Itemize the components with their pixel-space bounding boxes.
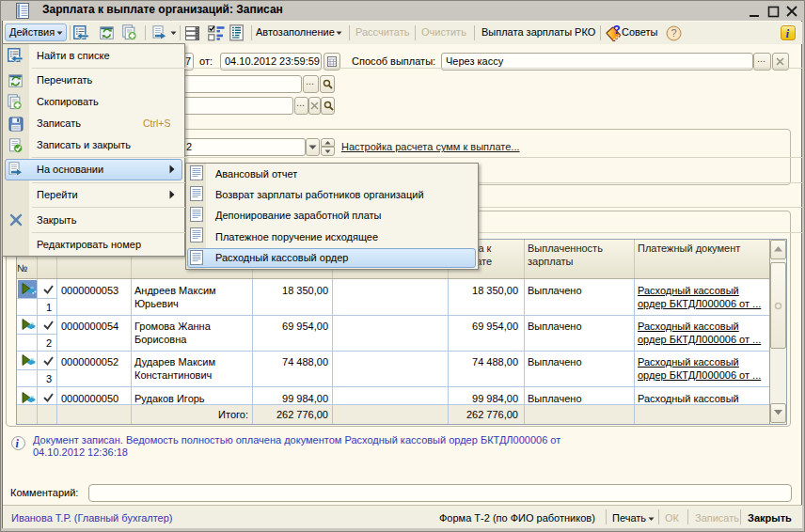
svg-text:i: i xyxy=(786,26,790,40)
svg-text:?: ? xyxy=(613,24,621,37)
svg-text:?: ? xyxy=(671,27,676,39)
